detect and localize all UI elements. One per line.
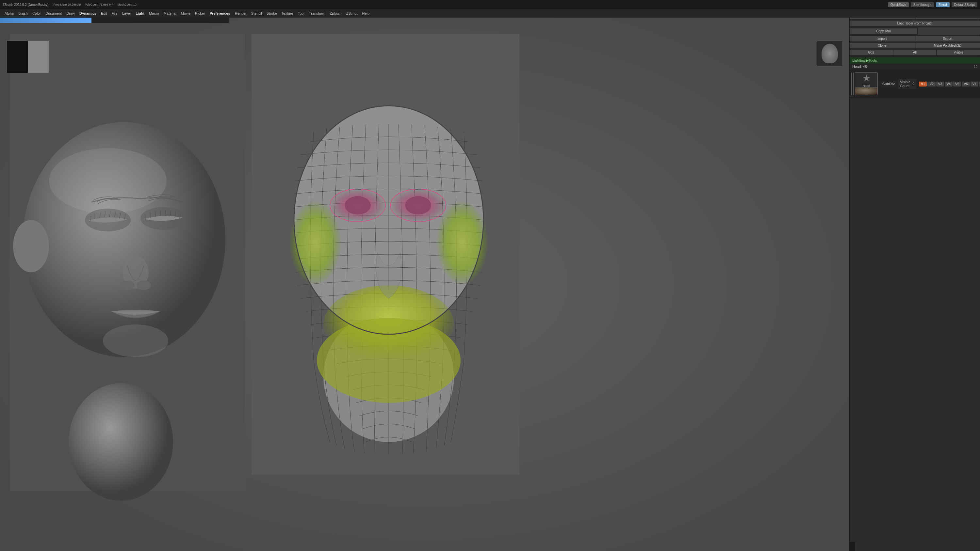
menu-render[interactable]: Render	[233, 11, 248, 16]
menu-brush[interactable]: Brush	[16, 11, 30, 16]
subdiv-v4[interactable]: V4	[945, 82, 953, 86]
color-thumbnail[interactable]	[6, 40, 49, 73]
head-counter-row: Head: 48 10	[850, 64, 980, 70]
canvas-area[interactable]: ▲ ▲ ▲	[0, 17, 850, 551]
menu-edit[interactable]: Edit	[99, 11, 109, 16]
svg-point-11	[103, 324, 168, 357]
svg-point-9	[120, 281, 135, 290]
subdiv-levels-row: V1 V2 V3 V4 V5 V6 V7 V8	[918, 81, 980, 87]
clone-make-row: Clone Make PolyMesh3D	[850, 42, 980, 49]
progress-bar-area	[0, 17, 229, 23]
menu-picker[interactable]: Picker	[193, 11, 207, 16]
subdiv-v2[interactable]: V2	[928, 82, 935, 86]
svg-point-20	[436, 200, 488, 285]
menu-stencil[interactable]: Stencil	[249, 11, 264, 16]
top-bar-right: QuickSave See-through Blend DefaultZScri…	[888, 2, 977, 7]
thumb-white	[28, 41, 49, 73]
menu-dynamics[interactable]: Dynamics	[78, 11, 98, 16]
see-through-button[interactable]: See-through	[911, 2, 934, 7]
top-bar: ZBrush 2022.0.2 [JamesBusby] Free Mem 29…	[0, 0, 980, 9]
visible-button[interactable]: Visible	[937, 49, 980, 55]
copy-tool-row: Copy Tool	[850, 27, 980, 35]
svg-point-19	[289, 200, 341, 285]
menu-file[interactable]: File	[110, 11, 119, 16]
default-zscript-button[interactable]: DefaultZScript	[951, 2, 977, 7]
menu-transform[interactable]: Transform	[307, 11, 327, 16]
import-export-row: Import Export	[850, 35, 980, 42]
copy-tool-value	[918, 27, 980, 35]
mesh-count: MeshCount 10	[117, 3, 137, 6]
load-project-row: Load Tools From Project	[850, 20, 980, 27]
tool-thumb-star[interactable]: ★ Head	[855, 73, 878, 95]
menu-layer[interactable]: Layer	[120, 11, 133, 16]
navigator-icon[interactable]	[817, 40, 843, 67]
canvas-svg	[0, 17, 850, 551]
quicksave-button[interactable]: QuickSave	[888, 2, 909, 7]
menu-macro[interactable]: Macro	[147, 11, 161, 16]
load-tools-from-project-button[interactable]: Load Tools From Project	[850, 21, 980, 26]
app-title: ZBrush 2022.0.2 [JamesBusby]	[3, 3, 48, 6]
head2-preview	[855, 88, 877, 95]
go2-row: Go2 All Visible	[850, 49, 980, 56]
tool-previews: Heads PolyMes ★ Head SubDiv Visible Coun…	[850, 70, 980, 98]
lightbox-row: Lightbox▶Tools	[850, 57, 980, 64]
poly-count: PolyCount 75.866 MP	[85, 3, 114, 6]
subdiv-v1[interactable]: V1	[919, 82, 927, 86]
head-count-label: Head: 48	[852, 65, 867, 68]
free-mem: Free Mem 29.988GB	[54, 3, 81, 6]
lightbox-label: Lightbox▶Tools	[852, 59, 877, 63]
subdiv-label: SubDiv	[882, 82, 895, 86]
blend-button[interactable]: Blend	[936, 2, 950, 7]
tool-thumb-polymesh[interactable]: PolyMes	[853, 73, 854, 95]
menu-stroke[interactable]: Stroke	[265, 11, 279, 16]
all-button[interactable]: All	[893, 49, 937, 55]
clone-button[interactable]: Clone	[850, 43, 915, 48]
subdiv-v5[interactable]: V5	[953, 82, 961, 86]
menu-preferences[interactable]: Preferences	[208, 11, 232, 16]
menu-movie[interactable]: Movie	[179, 11, 192, 16]
menu-help[interactable]: Help	[360, 11, 372, 16]
subdiv-v6[interactable]: V6	[962, 82, 970, 86]
svg-point-16	[345, 196, 371, 214]
menu-alpha[interactable]: Alpha	[3, 11, 16, 16]
menu-tool[interactable]: Tool	[296, 11, 306, 16]
svg-point-18	[405, 196, 431, 214]
svg-point-10	[137, 281, 151, 290]
menu-zscript[interactable]: ZScript	[344, 11, 360, 16]
right-panel: Zplugin Tool Load Tool Save As Load Tool…	[850, 0, 980, 551]
subdiv-v7[interactable]: V7	[970, 82, 978, 86]
make-polymesh3d-button[interactable]: Make PolyMesh3D	[915, 43, 980, 48]
menu-texture[interactable]: Texture	[280, 11, 295, 16]
counter-right: 10	[974, 65, 977, 68]
menu-draw[interactable]: Draw	[64, 11, 77, 16]
bottom-bar	[850, 542, 855, 551]
menu-material[interactable]: Material	[162, 11, 178, 16]
svg-point-2	[68, 383, 173, 501]
menu-light[interactable]: Light	[134, 11, 146, 16]
progress-bar	[0, 17, 91, 23]
visible-count-value: 9	[912, 82, 914, 86]
export-button[interactable]: Export	[915, 36, 980, 41]
go2-button[interactable]: Go2	[850, 49, 893, 55]
svg-point-5	[49, 148, 167, 213]
menu-document[interactable]: Document	[43, 11, 64, 16]
thumb-black	[7, 41, 28, 73]
subdiv-v3[interactable]: V3	[936, 82, 944, 86]
menu-zplugin[interactable]: Zplugin	[328, 11, 344, 16]
visible-count-label: Visible Count	[900, 80, 910, 88]
import-button[interactable]: Import	[850, 36, 915, 41]
second-menu-bar: Alpha Brush Color Document Draw Dynamics…	[0, 9, 980, 17]
subdiv-header: SubDiv	[880, 81, 897, 87]
copy-tool-button[interactable]: Copy Tool	[850, 29, 917, 34]
svg-point-22	[317, 318, 461, 403]
nav-head-preview	[822, 44, 838, 64]
visible-count-row: Visible Count 9	[898, 79, 916, 89]
star-icon: ★	[862, 73, 870, 84]
tool-thumb-head2[interactable]	[855, 87, 878, 95]
svg-point-4	[13, 220, 49, 272]
tool-thumb-face[interactable]: Heads	[851, 73, 852, 95]
menu-color[interactable]: Color	[30, 11, 43, 16]
star-label: Head	[863, 84, 870, 87]
